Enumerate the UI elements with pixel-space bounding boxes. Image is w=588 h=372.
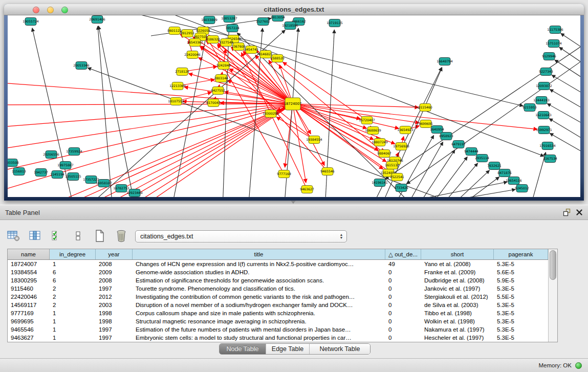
table-mode-icon[interactable]: [7, 229, 20, 243]
window-titlebar[interactable]: citations_edges.txt: [4, 4, 584, 15]
graph-node-1733426[interactable]: 1733426: [394, 184, 408, 192]
panel-splitter-grip[interactable]: [291, 201, 296, 204]
graph-node-2718126[interactable]: 2718126: [175, 68, 189, 76]
column-header-in_degree[interactable]: in_degree: [50, 249, 96, 259]
column-header-year[interactable]: year: [96, 249, 133, 259]
clear-selection-icon[interactable]: [72, 229, 85, 243]
citation-edge-black[interactable]: [223, 25, 229, 197]
citation-edge-black[interactable]: [405, 142, 443, 197]
graph-node-9465546[interactable]: 9465546: [320, 168, 335, 176]
graph-node-18724007[interactable]: 18724007: [284, 98, 302, 110]
table-row[interactable]: 977716911998Corpus callosum shape and si…: [8, 309, 548, 317]
zoom-window-icon[interactable]: [61, 7, 68, 13]
graph-node-9699695[interactable]: 9699695: [419, 120, 433, 128]
graph-node-6479197[interactable]: 6479197: [451, 141, 466, 148]
graph-node-19218596[interactable]: 19218596: [282, 22, 298, 30]
graph-node-2522541[interactable]: 2522541: [390, 173, 404, 181]
graph-node-10688639[interactable]: 10688639: [365, 127, 381, 135]
graph-node-9777169[interactable]: 9777169: [277, 170, 291, 178]
table-source-select[interactable]: citations_edges.txt ▲▼: [135, 230, 347, 243]
graph-node-17016534[interactable]: 17016534: [539, 142, 556, 150]
close-panel-icon[interactable]: [576, 209, 583, 216]
graph-node-8813054[interactable]: 8813054: [271, 15, 285, 21]
graph-node-20691406[interactable]: 20691406: [89, 16, 105, 24]
citation-edge-red[interactable]: [8, 104, 293, 151]
float-panel-icon[interactable]: [562, 208, 571, 216]
minimize-window-icon[interactable]: [47, 7, 54, 13]
graph-node-14196141[interactable]: 14196141: [372, 179, 388, 187]
graph-node-8471876[interactable]: 8471876: [497, 169, 512, 177]
graph-node-2367608[interactable]: 2367608: [231, 43, 246, 51]
graph-node-9884067[interactable]: 9884067: [377, 150, 391, 158]
citation-edge-red[interactable]: [227, 80, 293, 104]
graph-node-19055724[interactable]: 19055724: [23, 18, 39, 26]
delete-column-icon[interactable]: [115, 229, 128, 243]
new-column-icon[interactable]: [93, 229, 106, 243]
graph-node-12444193[interactable]: 12444193: [533, 97, 550, 104]
citation-edge-black[interactable]: [455, 177, 499, 197]
graph-node-9215953[interactable]: 9215953: [522, 104, 537, 112]
graph-node-7857224[interactable]: 7857224: [225, 25, 239, 32]
graph-node-8912953[interactable]: 8912953: [180, 30, 194, 37]
table-vertical-scrollbar[interactable]: [548, 249, 557, 342]
table-row[interactable]: 2242004622012Investigating the contribut…: [8, 293, 548, 301]
graph-node-9115460[interactable]: 9115460: [418, 104, 432, 112]
graph-node-9129946[interactable]: 9129946: [542, 53, 556, 60]
graph-node-11175386[interactable]: 11175386: [547, 26, 563, 34]
graph-node-16033809[interactable]: 16033809: [201, 16, 217, 24]
graph-node-12923448[interactable]: 12923448: [126, 189, 143, 197]
citation-edge-black[interactable]: [98, 26, 113, 197]
tab-node-table[interactable]: Node Table: [220, 344, 266, 354]
graph-node-19756928[interactable]: 19756928: [393, 143, 409, 150]
column-header-title[interactable]: title: [133, 249, 385, 259]
graph-node-1588520[interactable]: 1588520: [270, 55, 285, 62]
table-row[interactable]: 1872400712008Changes of HCN gene express…: [8, 260, 548, 268]
citation-edge-red[interactable]: [8, 104, 293, 105]
graph-node-22420046[interactable]: 22420046: [184, 51, 201, 59]
graph-node-1527602[interactable]: 1527602: [256, 18, 270, 26]
table-row[interactable]: 1938455462009Genome-wide association stu…: [8, 268, 548, 276]
table-row[interactable]: 946362711997Embryonic stem cells: a mode…: [8, 334, 548, 342]
citation-network-graph[interactable]: 8601123891295382260589827503165433628186…: [8, 15, 580, 197]
table-row[interactable]: 1456911722003Disruption of a novel membe…: [8, 301, 548, 309]
graph-node-16648794[interactable]: 16648794: [437, 58, 453, 65]
scrollbar-thumb[interactable]: [550, 250, 556, 280]
graph-node-19975887[interactable]: 19975887: [57, 162, 74, 169]
graph-node-9227343[interactable]: 9227343: [539, 68, 553, 76]
close-window-icon[interactable]: [33, 7, 39, 13]
graph-node-18107554[interactable]: 18107554: [168, 98, 184, 105]
graph-node-16958107[interactable]: 16958107: [96, 180, 112, 187]
graph-node-8958923[interactable]: 8958923: [439, 133, 453, 140]
graph-node-15720407[interactable]: 15720407: [359, 117, 375, 124]
graph-node-17359924[interactable]: 17359924: [66, 148, 82, 156]
column-header-out_de[interactable]: △ out_de...: [385, 249, 421, 259]
select-all-icon[interactable]: [50, 229, 63, 243]
graph-node-16543362[interactable]: 16543362: [187, 39, 203, 47]
graph-node-7632621[interactable]: 7632621: [487, 162, 502, 170]
memory-ok-indicator-icon[interactable]: [575, 362, 582, 369]
graph-node-8601123[interactable]: 8601123: [167, 27, 182, 35]
graph-node-2803144[interactable]: 2803144: [214, 75, 228, 82]
tab-edge-table[interactable]: Edge Table: [266, 344, 309, 354]
citation-edge-red[interactable]: [293, 104, 306, 183]
table-row[interactable]: 969969511998Structural magnetic resonanc…: [8, 317, 548, 325]
network-canvas[interactable]: 8601123891295382260589827503165433628186…: [8, 15, 580, 197]
graph-node-1156813[interactable]: 1156813: [12, 168, 26, 176]
graph-node-10719135[interactable]: 10719135: [326, 19, 343, 27]
show-columns-icon[interactable]: [29, 229, 42, 243]
graph-node-9242848[interactable]: 9242848: [216, 62, 231, 70]
graph-node-12093872[interactable]: 12093872: [536, 82, 552, 90]
table-row[interactable]: 946554611997Estimation of the future num…: [8, 325, 548, 334]
graph-node-18300295[interactable]: 18300295: [263, 110, 279, 118]
graph-node-8427552[interactable]: 8427552: [211, 87, 225, 95]
graph-node-1167534[interactable]: 1167534: [543, 155, 557, 163]
citation-edge-red[interactable]: [184, 87, 293, 104]
graph-node-18807249[interactable]: 18807249: [372, 139, 388, 146]
citation-edge-black[interactable]: [552, 75, 580, 104]
column-header-pagerank[interactable]: pagerank: [494, 249, 548, 259]
graph-node-1942737[interactable]: 1942737: [34, 169, 48, 177]
column-header-short[interactable]: short: [421, 249, 494, 259]
graph-node-12213369[interactable]: 12213369: [169, 82, 186, 90]
table-row[interactable]: 1830029562008Estimation of significance …: [8, 276, 548, 285]
graph-node-20053346[interactable]: 20053346: [73, 62, 90, 70]
